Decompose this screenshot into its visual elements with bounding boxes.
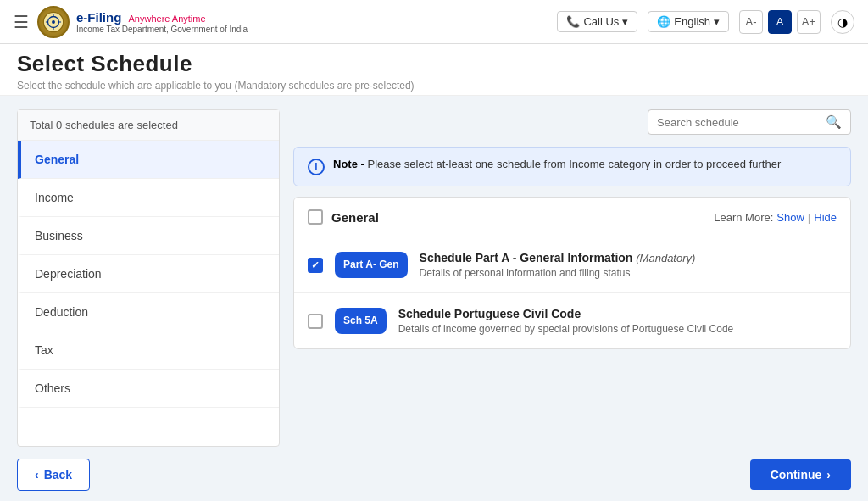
badge-line2-5a: 5A: [364, 315, 377, 326]
header-right: 📞 Call Us ▾ 🌐 English ▾ A- A A+ ◑: [557, 10, 854, 34]
logo-subtitle: Income Tax Department, Government of Ind…: [76, 25, 248, 34]
page-title-area: Select Schedule Select the schedule whic…: [0, 44, 868, 96]
badge-line1: Part A-: [343, 259, 376, 270]
sidebar-item-income[interactable]: Income: [18, 179, 279, 217]
continue-button[interactable]: Continue ›: [750, 459, 851, 490]
badge-line2: Gen: [379, 259, 398, 270]
sidebar-label-others: Others: [35, 381, 70, 395]
search-wrapper: 🔍: [648, 109, 851, 135]
lang-chevron-icon: ▾: [714, 15, 720, 28]
schedule-item-sch-5a: Sch 5A Schedule Portuguese Civil Code De…: [294, 293, 850, 348]
note-text: Note - Please select at-least one schedu…: [333, 158, 781, 170]
sch-5a-checkbox[interactable]: [308, 314, 323, 329]
schedule-desc-sch-5a: Details of income governed by special pr…: [398, 323, 837, 335]
schedule-name-part-a-gen: Schedule Part A - General Information (M…: [420, 251, 837, 264]
note-banner: i Note - Please select at-least one sche…: [293, 147, 851, 186]
mandatory-label: (Mandatory): [636, 252, 695, 264]
search-icon: 🔍: [826, 114, 842, 130]
sidebar-label-income: Income: [35, 191, 74, 204]
sidebar-item-business[interactable]: Business: [18, 217, 279, 255]
svg-point-2: [52, 20, 55, 24]
schedule-header: General Learn More: Show | Hide: [294, 198, 850, 237]
subtitle-note: (Mandatory schedules are pre-selected): [234, 80, 414, 92]
font-normal-button[interactable]: A: [768, 10, 792, 34]
part-a-gen-checkbox[interactable]: [308, 258, 323, 273]
sidebar-label-depreciation: Depreciation: [35, 267, 102, 281]
sidebar-label-general: General: [35, 153, 79, 166]
logo-efiling: e-Filing Anywhere Anytime: [76, 10, 248, 25]
call-us-label: Call Us: [583, 15, 619, 28]
sidebar-item-tax[interactable]: Tax: [18, 331, 279, 370]
schedule-section-title: General: [331, 210, 379, 225]
search-bar-row: 🔍: [293, 109, 851, 135]
logo-emblem: [37, 6, 70, 38]
part-a-gen-badge: Part A- Gen: [335, 252, 408, 279]
font-large-button[interactable]: A+: [797, 10, 821, 34]
font-small-button[interactable]: A-: [739, 10, 763, 34]
logo-area: e-Filing Anywhere Anytime Income Tax Dep…: [37, 6, 248, 38]
header-left: ☰ e-Filing Anywhere Anytime Incom: [14, 6, 547, 38]
subtitle-text: Select the schedule which are applicable…: [17, 80, 231, 92]
schedule-desc-part-a-gen: Details of personal information and fili…: [420, 267, 837, 279]
back-button[interactable]: ‹ Back: [17, 459, 90, 491]
note-prefix: Note -: [333, 158, 364, 170]
sidebar-count: Total 0 schedules are selected: [18, 110, 279, 141]
contrast-button[interactable]: ◑: [831, 10, 854, 34]
globe-icon: 🌐: [657, 15, 670, 28]
logo-text: e-Filing Anywhere Anytime Income Tax Dep…: [76, 10, 248, 34]
language-button[interactable]: 🌐 English ▾: [648, 11, 729, 32]
sidebar-item-deduction[interactable]: Deduction: [18, 293, 279, 331]
sidebar-label-tax: Tax: [35, 343, 53, 357]
schedule-info-sch-5a: Schedule Portuguese Civil Code Details o…: [398, 307, 837, 335]
main-content: Total 0 schedules are selected General I…: [0, 96, 868, 460]
sch-5a-badge: Sch 5A: [335, 308, 387, 335]
call-chevron-icon: ▾: [622, 15, 628, 28]
right-panel: 🔍 i Note - Please select at-least one sc…: [293, 109, 851, 447]
general-section-checkbox[interactable]: [308, 209, 323, 225]
learn-more-label: Learn More:: [714, 211, 773, 224]
sidebar-item-general[interactable]: General: [18, 141, 279, 179]
font-controls: A- A A+: [739, 10, 821, 34]
badge-line1-5a: Sch: [343, 315, 362, 326]
header: ☰ e-Filing Anywhere Anytime Incom: [0, 0, 868, 44]
show-link[interactable]: Show: [776, 211, 804, 224]
learn-more: Learn More: Show | Hide: [714, 211, 837, 224]
language-label: English: [674, 15, 710, 28]
schedule-header-left: General: [308, 209, 379, 225]
schedule-item-part-a-gen: Part A- Gen Schedule Part A - General In…: [294, 237, 850, 293]
schedule-name-sch-5a: Schedule Portuguese Civil Code: [398, 307, 837, 320]
note-body: Please select at-least one schedule from…: [367, 158, 781, 170]
page-subtitle: Select the schedule which are applicable…: [17, 79, 851, 92]
sidebar: Total 0 schedules are selected General I…: [17, 109, 280, 447]
info-icon: i: [308, 159, 325, 175]
continue-label: Continue: [771, 468, 822, 482]
back-arrow-icon: ‹: [35, 468, 39, 482]
continue-arrow-icon: ›: [826, 468, 831, 482]
schedule-info-part-a-gen: Schedule Part A - General Information (M…: [420, 251, 837, 279]
hide-link[interactable]: Hide: [814, 211, 837, 224]
search-input[interactable]: [657, 116, 821, 129]
page-title: Select Schedule: [17, 51, 851, 77]
sidebar-item-depreciation[interactable]: Depreciation: [18, 255, 279, 293]
schedule-section: General Learn More: Show | Hide Part A- …: [293, 197, 851, 349]
sidebar-item-others[interactable]: Others: [18, 370, 279, 408]
sidebar-label-business: Business: [35, 229, 83, 242]
learn-more-separator: |: [808, 211, 810, 224]
footer: ‹ Back Continue ›: [0, 448, 868, 501]
back-label: Back: [44, 468, 72, 482]
hamburger-icon[interactable]: ☰: [14, 12, 29, 32]
sidebar-label-deduction: Deduction: [35, 305, 88, 319]
call-us-button[interactable]: 📞 Call Us ▾: [557, 11, 637, 32]
phone-icon: 📞: [566, 15, 580, 28]
